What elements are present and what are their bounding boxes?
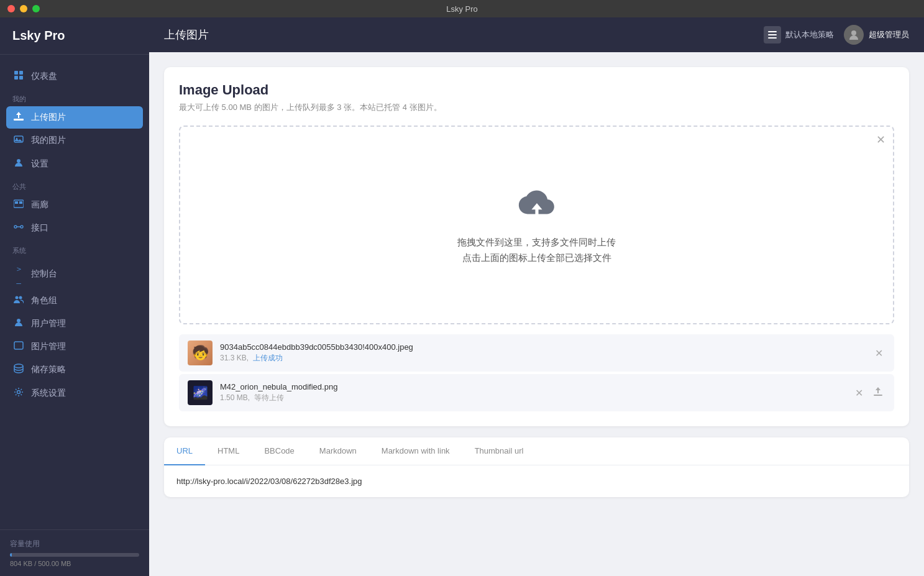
sidebar-item-dashboard[interactable]: 仪表盘 bbox=[0, 65, 149, 88]
sidebar-section-public: 公共 bbox=[0, 176, 149, 194]
system-settings-icon bbox=[12, 387, 25, 400]
svg-rect-21 bbox=[768, 34, 777, 35]
dashboard-icon bbox=[12, 70, 25, 83]
url-value: http://lsky-pro.local/i/2022/03/08/62272… bbox=[176, 477, 897, 486]
sidebar-item-label: 仪表盘 bbox=[31, 71, 57, 82]
dropzone-close-button[interactable]: ✕ bbox=[876, 133, 885, 147]
file-thumbnail bbox=[188, 341, 213, 365]
upload-card-subtitle: 最大可上传 5.00 MB 的图片，上传队列最多 3 张。本站已托管 4 张图片… bbox=[179, 102, 894, 113]
svg-rect-10 bbox=[19, 201, 22, 204]
svg-point-18 bbox=[14, 364, 23, 368]
sidebar-item-my-images[interactable]: 我的图片 bbox=[0, 129, 149, 152]
svg-rect-22 bbox=[768, 37, 777, 39]
storage-fill bbox=[10, 553, 12, 557]
strategy-label: 默认本地策略 bbox=[785, 29, 834, 40]
sidebar-logo: Lsky Pro bbox=[0, 17, 149, 55]
strategy-icon bbox=[764, 26, 781, 43]
svg-point-16 bbox=[17, 319, 21, 322]
sidebar-item-upload[interactable]: 上传图片 bbox=[6, 106, 143, 129]
tab-url[interactable]: URL bbox=[164, 437, 205, 465]
tab-bbcode[interactable]: BBCode bbox=[252, 437, 306, 465]
tab-markdown-link[interactable]: Markdown with link bbox=[369, 437, 462, 465]
image-mgmt-icon bbox=[12, 341, 25, 352]
svg-rect-24 bbox=[874, 395, 882, 396]
sidebar-item-label: 画廊 bbox=[31, 199, 48, 211]
svg-rect-2 bbox=[14, 76, 18, 80]
svg-point-11 bbox=[14, 226, 17, 228]
topbar: 上传图片 默认本地策略 超级管理员 bbox=[149, 17, 924, 52]
sidebar-item-roles[interactable]: 角色组 bbox=[0, 290, 149, 312]
svg-rect-3 bbox=[19, 76, 23, 80]
upload-dropzone[interactable]: ✕ 拖拽文件到这里，支持多文件同时上传 点击上面的图标上传全部已选择文件 bbox=[179, 126, 894, 324]
content: Image Upload 最大可上传 5.00 MB 的图片，上传队列最多 3 … bbox=[149, 52, 924, 576]
sidebar-item-storage[interactable]: 储存策略 bbox=[0, 358, 149, 382]
file-info: M42_orion_nebula_modified.png 1.50 MB, 等… bbox=[220, 382, 845, 403]
sidebar-section-system: 系统 bbox=[0, 240, 149, 258]
sidebar-item-image-mgmt[interactable]: 图片管理 bbox=[0, 336, 149, 358]
svg-rect-1 bbox=[19, 71, 23, 75]
sidebar-item-console[interactable]: ＞_ 控制台 bbox=[0, 258, 149, 290]
cloud-upload-icon bbox=[512, 185, 562, 222]
list-item: 9034ab5cc0844ebdbb39dc0055bb3430!400x400… bbox=[179, 334, 894, 372]
sidebar-item-settings[interactable]: 设置 bbox=[0, 152, 149, 176]
file-actions: ✕ bbox=[872, 346, 885, 360]
sidebar-item-label: 储存策略 bbox=[31, 364, 66, 375]
file-name: M42_orion_nebula_modified.png bbox=[220, 382, 845, 391]
file-remove-button[interactable]: ✕ bbox=[872, 346, 885, 360]
svg-rect-0 bbox=[14, 71, 18, 75]
storage-text: 804 KB / 500.00 MB bbox=[10, 560, 139, 567]
sidebar-item-api[interactable]: 接口 bbox=[0, 216, 149, 240]
strategy-button[interactable]: 默认本地策略 bbox=[764, 26, 834, 43]
svg-point-12 bbox=[21, 226, 23, 228]
images-icon bbox=[12, 134, 25, 147]
url-tabs-card: URL HTML BBCode Markdown Markdown with l… bbox=[164, 437, 909, 497]
avatar bbox=[844, 25, 864, 45]
svg-point-19 bbox=[17, 391, 21, 394]
sidebar-nav: 仪表盘 我的 上传图片 我的图片 设置 公共 bbox=[0, 55, 149, 529]
file-meta: 31.3 KB, 上传成功 bbox=[220, 353, 865, 363]
upload-card: Image Upload 最大可上传 5.00 MB 的图片，上传队列最多 3 … bbox=[164, 67, 909, 426]
file-meta: 1.50 MB, 等待上传 bbox=[220, 393, 845, 403]
tab-markdown[interactable]: Markdown bbox=[307, 437, 369, 465]
file-info: 9034ab5cc0844ebdbb39dc0055bb3430!400x400… bbox=[220, 342, 865, 363]
svg-rect-17 bbox=[14, 342, 23, 349]
file-actions: ✕ bbox=[853, 385, 885, 400]
maximize-button[interactable] bbox=[32, 5, 40, 12]
tab-html[interactable]: HTML bbox=[205, 437, 252, 465]
sidebar-item-label: 用户管理 bbox=[31, 318, 66, 329]
tab-thumbnail-url[interactable]: Thumbnail url bbox=[462, 437, 536, 465]
sidebar: Lsky Pro 仪表盘 我的 上传图片 我的图片 bbox=[0, 17, 149, 576]
sidebar-item-label: 接口 bbox=[31, 222, 48, 234]
file-name: 9034ab5cc0844ebdbb39dc0055bb3430!400x400… bbox=[220, 342, 865, 352]
sidebar-item-system-settings[interactable]: 系统设置 bbox=[0, 382, 149, 405]
file-remove-button[interactable]: ✕ bbox=[853, 386, 866, 400]
file-list: 9034ab5cc0844ebdbb39dc0055bb3430!400x400… bbox=[179, 334, 894, 411]
upload-icon bbox=[12, 112, 25, 123]
titlebar-buttons bbox=[7, 5, 40, 12]
sidebar-item-label: 图片管理 bbox=[31, 341, 66, 352]
sidebar-footer: 容量使用 804 KB / 500.00 MB bbox=[0, 529, 149, 576]
sidebar-item-label: 设置 bbox=[31, 158, 48, 170]
api-icon bbox=[12, 222, 25, 234]
settings-person-icon bbox=[12, 158, 25, 170]
sidebar-section-my: 我的 bbox=[0, 88, 149, 106]
upload-card-title: Image Upload bbox=[179, 82, 894, 98]
close-button[interactable] bbox=[7, 5, 15, 12]
sidebar-item-label: 我的图片 bbox=[31, 135, 66, 146]
svg-rect-9 bbox=[15, 201, 18, 204]
sidebar-item-label: 角色组 bbox=[31, 295, 57, 306]
minimize-button[interactable] bbox=[20, 5, 27, 12]
svg-point-23 bbox=[851, 30, 856, 35]
sidebar-item-gallery[interactable]: 画廊 bbox=[0, 194, 149, 216]
upload-drop-text: 拖拽文件到这里，支持多文件同时上传 点击上面的图标上传全部已选择文件 bbox=[457, 234, 616, 266]
console-icon: ＞_ bbox=[12, 263, 25, 284]
user-button[interactable]: 超级管理员 bbox=[844, 25, 909, 45]
users-icon bbox=[12, 318, 25, 330]
file-upload-button[interactable] bbox=[871, 385, 885, 400]
svg-rect-20 bbox=[768, 31, 777, 32]
storage-bar bbox=[10, 553, 139, 557]
sidebar-item-users[interactable]: 用户管理 bbox=[0, 312, 149, 336]
storage-section-label: 容量使用 bbox=[10, 539, 139, 549]
sidebar-item-label: 系统设置 bbox=[31, 388, 66, 399]
gallery-icon bbox=[12, 199, 25, 211]
